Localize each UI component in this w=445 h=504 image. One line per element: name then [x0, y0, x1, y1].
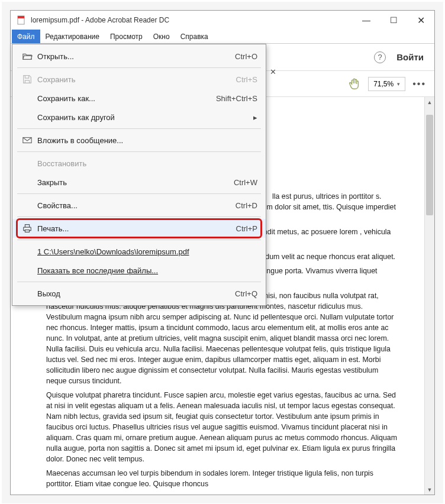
pdf-file-icon — [17, 15, 26, 25]
menu-print[interactable]: Печать... Ctrl+P — [12, 219, 266, 238]
hand-tool-icon[interactable] — [348, 77, 361, 91]
menu-attach-email[interactable]: Вложить в сообщение... — [12, 131, 266, 150]
menu-save-as[interactable]: Сохранить как... Shift+Ctrl+S — [12, 89, 266, 108]
menu-separator — [17, 282, 261, 282]
help-icon[interactable]: ? — [374, 51, 386, 63]
vertical-scrollbar[interactable]: ▲ ▼ — [424, 97, 434, 495]
menu-separator — [17, 67, 261, 68]
minimize-button[interactable]: — — [353, 11, 380, 30]
menu-recent-1[interactable]: 1 C:\Users\nelko\Downloads\loremipsum.pd… — [12, 242, 266, 261]
envelope-icon — [22, 135, 37, 146]
app-window: loremipsum.pdf - Adobe Acrobat Reader DC… — [10, 10, 435, 495]
menu-file[interactable]: Файл — [12, 30, 40, 43]
menu-separator — [17, 217, 261, 217]
menu-window[interactable]: Окно — [148, 30, 175, 43]
document-text: Quisque volutpat pharetra tincidunt. Fus… — [46, 390, 399, 465]
menu-open[interactable]: Открыть... Ctrl+O — [12, 47, 266, 66]
svg-rect-1 — [18, 16, 24, 18]
menu-show-all-recent[interactable]: Показать все последние файлы... — [12, 261, 266, 280]
menu-help[interactable]: Справка — [175, 30, 214, 43]
scroll-down-arrow-icon[interactable]: ▼ — [425, 484, 434, 495]
maximize-button[interactable]: ☐ — [380, 11, 407, 30]
submenu-arrow-icon: ▸ — [253, 113, 257, 122]
menu-separator — [17, 151, 261, 152]
scroll-up-arrow-icon[interactable]: ▲ — [425, 97, 434, 107]
menu-revert: Восстановить — [12, 154, 266, 173]
menu-save: Сохранить Ctrl+S — [12, 70, 266, 89]
menu-view[interactable]: Просмотр — [105, 30, 148, 43]
document-text: Maecenas accumsan leo vel turpis bibendu… — [46, 469, 399, 490]
menu-separator — [17, 193, 261, 194]
menubar: Файл Редактирование Просмотр Окно Справк… — [11, 30, 434, 44]
floppy-save-icon — [22, 74, 37, 85]
menu-save-as-other[interactable]: Сохранить как другой ▸ — [12, 108, 266, 127]
menu-exit[interactable]: Выход Ctrl+Q — [12, 284, 266, 303]
menu-edit[interactable]: Редактирование — [40, 30, 105, 43]
tab-close-icon[interactable]: ✕ — [267, 66, 278, 77]
menu-separator — [17, 128, 261, 129]
printer-icon — [22, 223, 37, 234]
menu-properties[interactable]: Свойства... Ctrl+D — [12, 196, 266, 215]
zoom-selector[interactable]: 71,5% ▾ — [368, 77, 405, 91]
menu-separator — [17, 240, 261, 240]
window-controls: — ☐ ✕ — [353, 11, 434, 30]
window-title: loremipsum.pdf - Adobe Acrobat Reader DC — [31, 16, 353, 24]
menu-close-doc[interactable]: Закрыть Ctrl+W — [12, 173, 266, 192]
titlebar: loremipsum.pdf - Adobe Acrobat Reader DC… — [11, 11, 434, 30]
more-options-button[interactable]: ••• — [412, 79, 426, 89]
signin-button[interactable]: Войти — [396, 52, 424, 62]
file-menu-dropdown: Открыть... Ctrl+O Сохранить Ctrl+S Сохра… — [12, 44, 266, 306]
close-button[interactable]: ✕ — [407, 11, 434, 30]
folder-open-icon — [22, 51, 37, 62]
zoom-value: 71,5% — [373, 80, 394, 88]
scrollbar-thumb[interactable] — [426, 115, 433, 215]
chevron-down-icon: ▾ — [397, 81, 400, 87]
